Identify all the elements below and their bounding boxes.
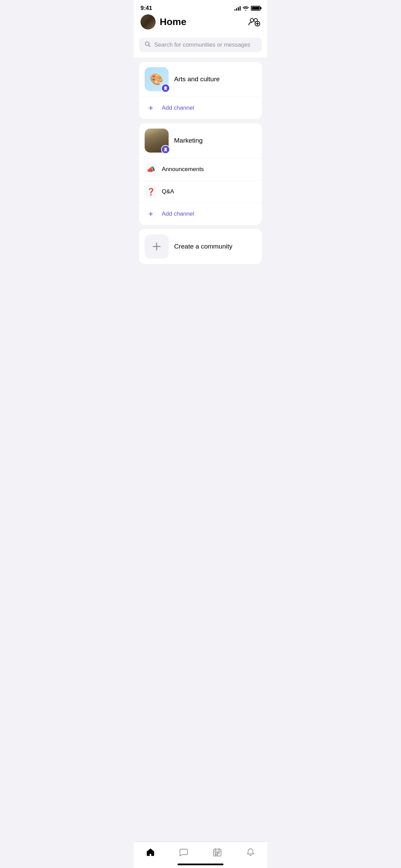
wifi-icon <box>243 6 249 11</box>
status-icons <box>234 6 260 11</box>
page-title: Home <box>160 16 186 27</box>
svg-point-0 <box>250 19 254 22</box>
community-card-marketing[interactable]: Marketing 📣 Announcements ❓ Q&A + Add ch… <box>139 123 262 225</box>
search-bar-container: Search for communities or messages <box>134 35 267 58</box>
community-name-arts: Arts and culture <box>174 75 220 83</box>
community-icon-wrap-marketing <box>145 129 169 153</box>
add-channel-arts[interactable]: + Add channel <box>139 97 262 119</box>
battery-icon <box>251 6 260 11</box>
community-badge-marketing <box>161 145 170 154</box>
add-community-icon <box>247 15 260 28</box>
community-header-arts: 🎨 Arts and culture <box>139 62 262 97</box>
search-placeholder: Search for communities or messages <box>154 41 251 48</box>
create-community-card[interactable]: Create a community <box>139 229 262 264</box>
status-time: 9:41 <box>141 5 152 12</box>
channel-name-announcements: Announcements <box>162 166 204 173</box>
create-community-label: Create a community <box>174 243 232 250</box>
channel-icon-qa: ❓ <box>145 185 157 198</box>
add-channel-arts-label: Add channel <box>162 105 194 111</box>
add-community-button[interactable] <box>247 15 260 28</box>
community-card-arts[interactable]: 🎨 Arts and culture + Add channel <box>139 62 262 119</box>
search-icon <box>145 41 151 49</box>
badge-ribbon-icon-marketing <box>163 147 168 152</box>
channel-item-qa[interactable]: ❓ Q&A <box>139 181 262 203</box>
signal-icon <box>234 6 241 11</box>
add-channel-plus-icon: + <box>145 102 157 114</box>
create-community-icon <box>145 234 169 258</box>
add-channel-marketing[interactable]: + Add channel <box>139 203 262 225</box>
channel-item-announcements[interactable]: 📣 Announcements <box>139 158 262 181</box>
avatar[interactable] <box>141 14 156 29</box>
community-icon-wrap-arts: 🎨 <box>145 67 169 91</box>
svg-point-7 <box>165 148 167 150</box>
status-bar: 9:41 <box>134 0 267 12</box>
add-channel-marketing-plus-icon: + <box>145 208 157 220</box>
channel-name-qa: Q&A <box>162 188 174 195</box>
community-badge-arts <box>161 84 170 93</box>
badge-ribbon-icon <box>163 86 168 91</box>
content-area: 🎨 Arts and culture + Add channel <box>134 58 267 268</box>
search-bar[interactable]: Search for communities or messages <box>139 38 262 52</box>
header: Home <box>134 12 267 35</box>
add-channel-marketing-label: Add channel <box>162 210 194 217</box>
channel-icon-announcements: 📣 <box>145 163 157 176</box>
community-header-marketing: Marketing <box>139 123 262 158</box>
svg-point-6 <box>165 86 167 89</box>
community-name-marketing: Marketing <box>174 137 203 144</box>
